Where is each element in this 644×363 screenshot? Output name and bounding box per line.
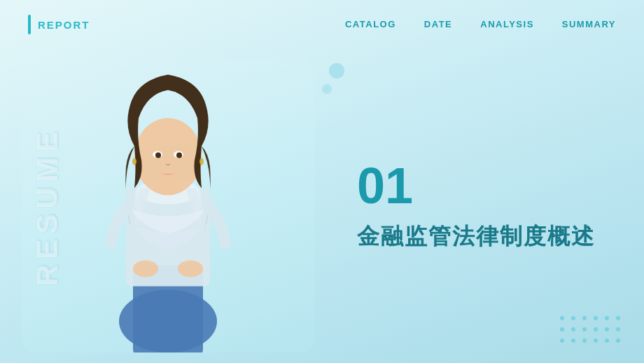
header-nav: CATALOG DATE ANALYSIS SUMMARY — [345, 19, 616, 30]
dot — [605, 316, 609, 320]
section-number: 01 — [357, 160, 616, 211]
svg-point-8 — [155, 153, 161, 158]
page: REPORT CATALOG DATE ANALYSIS SUMMARY RES… — [0, 0, 644, 363]
svg-point-5 — [134, 118, 202, 196]
svg-point-9 — [176, 153, 182, 158]
dot — [571, 338, 575, 343]
deco-circle-mid — [322, 84, 332, 94]
svg-point-10 — [132, 158, 136, 165]
nav-summary[interactable]: SUMMARY — [562, 19, 616, 30]
dot — [616, 316, 620, 320]
report-label: REPORT — [38, 19, 90, 31]
nav-catalog[interactable]: CATALOG — [345, 19, 396, 30]
dot — [594, 338, 598, 343]
dot — [605, 338, 609, 343]
right-section: 01 金融监管法律制度概述 — [315, 49, 644, 363]
dot — [560, 338, 564, 343]
dot — [594, 327, 598, 331]
dot — [582, 327, 587, 331]
left-section: RESUME — [21, 60, 315, 352]
person-image — [59, 60, 276, 352]
dot — [616, 338, 620, 343]
dot — [605, 327, 609, 331]
section-title: 金融监管法律制度概述 — [357, 222, 616, 252]
svg-point-11 — [200, 158, 204, 165]
header: REPORT CATALOG DATE ANALYSIS SUMMARY — [0, 0, 644, 49]
resume-text: RESUME — [31, 126, 64, 286]
nav-date[interactable]: DATE — [424, 19, 452, 30]
main-content: RESUME — [0, 49, 644, 363]
svg-point-12 — [133, 261, 158, 278]
deco-circle-top — [329, 63, 344, 78]
dot — [560, 327, 564, 331]
dot — [571, 327, 575, 331]
header-left: REPORT — [28, 15, 90, 34]
nav-analysis[interactable]: ANALYSIS — [480, 19, 534, 30]
dot — [582, 316, 587, 320]
image-card: RESUME — [21, 60, 315, 352]
header-bar-icon — [28, 15, 31, 34]
dot — [571, 316, 575, 320]
dot — [560, 316, 564, 320]
dot — [616, 327, 620, 331]
dot — [594, 316, 598, 320]
dots-decoration — [560, 316, 623, 345]
svg-point-13 — [178, 261, 203, 278]
dot — [582, 338, 587, 343]
